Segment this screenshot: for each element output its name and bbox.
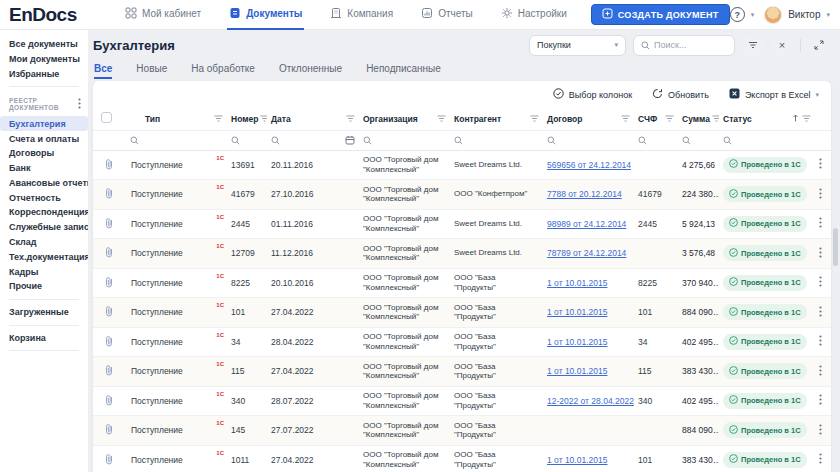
tab[interactable]: Неподписанные (366, 63, 441, 79)
column-filter-icon[interactable] (712, 114, 719, 124)
contract-link[interactable]: 1 от 10.01.2015 (547, 366, 607, 376)
nav-documents[interactable]: Документы (227, 0, 304, 30)
sidebar-item[interactable]: Банк (0, 161, 88, 176)
contract-link[interactable]: 7788 от 20.12.2014 (547, 189, 622, 199)
row-menu-button[interactable] (819, 217, 822, 230)
category-select[interactable]: Покупки ▾ (529, 35, 626, 56)
contract-link[interactable]: 78789 от 24.12.2014 (547, 248, 626, 258)
column-filter-icon[interactable] (214, 114, 223, 124)
table-row[interactable]: Поступление1С 115 27.04.2022 ООО "Торгов… (93, 357, 831, 387)
sidebar-item[interactable]: Все документы (0, 37, 88, 52)
row-menu-button[interactable] (819, 335, 822, 348)
column-filter-icon[interactable] (260, 114, 267, 124)
search-icon[interactable] (682, 131, 691, 148)
column-filter-icon[interactable] (437, 114, 446, 124)
calendar-icon[interactable] (345, 131, 355, 149)
tab[interactable]: Новые (136, 63, 167, 79)
vertical-scrollbar[interactable] (833, 228, 838, 266)
column-filter-icon[interactable] (621, 114, 630, 124)
table-row[interactable]: Поступление1С 2445 01.11.2016 ООО "Торго… (93, 209, 831, 239)
registry-menu-button[interactable] (78, 95, 81, 113)
sidebar-item[interactable]: Прочие (0, 279, 88, 294)
help-button[interactable]: ? (730, 7, 745, 22)
row-menu-button[interactable] (819, 453, 822, 466)
search-icon[interactable] (130, 131, 139, 148)
select-all-checkbox[interactable] (101, 112, 112, 123)
table-row[interactable]: Поступление1С 340 28.07.2022 ООО "Торгов… (93, 386, 831, 416)
create-document-button[interactable]: СОЗДАТЬ ДОКУМЕНТ (591, 4, 730, 25)
column-filter-icon[interactable] (802, 114, 811, 124)
search-icon[interactable] (638, 131, 647, 148)
tab-bar: ВсеНовыеНа обработкеОтклоненныеНеподписа… (88, 60, 840, 79)
search-icon[interactable] (271, 131, 280, 149)
refresh-button[interactable]: Обновить (652, 88, 709, 101)
column-filter-icon[interactable] (346, 114, 355, 124)
table-row[interactable]: Поступление1С 101 27.04.2022 ООО "Торгов… (93, 298, 831, 328)
contract-link[interactable]: 1 от 10.01.2015 (547, 278, 607, 288)
choose-columns-button[interactable]: Выбор колонок (553, 88, 632, 101)
paperclip-icon (105, 423, 113, 437)
sort-asc-icon[interactable] (792, 114, 799, 124)
avatar[interactable] (764, 6, 782, 24)
sidebar-item[interactable]: Корреспонденция (0, 205, 88, 220)
sidebar-item[interactable]: Отчетность (0, 190, 88, 205)
table-row[interactable]: Поступление1С 12709 11.12.2016 ООО "Торг… (93, 239, 831, 269)
contract-link[interactable]: 569656 от 24.12.2014 (547, 160, 631, 170)
sidebar-item[interactable]: Служебные записки (0, 220, 88, 235)
table-row[interactable]: Поступление1С 34 28.04.2022 ООО "Торговы… (93, 327, 831, 357)
row-menu-button[interactable] (819, 158, 822, 171)
sidebar-item[interactable]: Договоры (0, 146, 88, 161)
sidebar-item-trash[interactable]: Корзина (0, 331, 88, 346)
sidebar-item-uploaded[interactable]: Загруженные (0, 305, 88, 320)
table-row[interactable]: Поступление1С 1011 27.04.2022 ООО "Торго… (93, 445, 831, 472)
contract-link[interactable]: 1 от 10.01.2015 (547, 455, 607, 465)
sidebar-item[interactable]: Бухгалтерия (0, 116, 88, 131)
sidebar-item[interactable]: Авансовые отчеты (0, 175, 88, 190)
contract-link[interactable]: 12-2022 от 28.04.2022 (547, 396, 634, 406)
search-icon[interactable] (231, 131, 240, 148)
nav-reports[interactable]: Отчеты (419, 0, 475, 30)
search-icon[interactable] (363, 131, 372, 148)
search-icon[interactable] (454, 131, 463, 148)
divider (9, 86, 79, 87)
row-menu-button[interactable] (819, 365, 822, 378)
sidebar-item[interactable]: Кадры (0, 264, 88, 279)
column-filter-icon[interactable] (665, 114, 674, 124)
contract-link[interactable]: 1 от 10.01.2015 (547, 337, 607, 347)
search-icon[interactable] (547, 131, 556, 148)
table-row[interactable]: Поступление1С 41679 27.10.2016 ООО "Торг… (93, 180, 831, 210)
nav-my-cabinet[interactable]: Мой кабинет (123, 0, 203, 30)
sidebar-item[interactable]: Счета и оплаты (0, 131, 88, 146)
column-filter-icon[interactable] (530, 114, 539, 124)
row-menu-button[interactable] (819, 306, 822, 319)
nav-settings[interactable]: Настройки (499, 0, 569, 30)
sidebar-item[interactable]: Мои документы (0, 52, 88, 67)
tab[interactable]: Все (94, 63, 112, 79)
row-menu-button[interactable] (819, 424, 822, 437)
sidebar-item[interactable]: Избранные (0, 67, 88, 82)
contract-link[interactable]: 98989 от 24.12.2014 (547, 219, 626, 229)
nav-company[interactable]: Компания (328, 0, 395, 30)
row-menu-button[interactable] (819, 247, 822, 260)
filter-button[interactable] (742, 35, 764, 56)
expand-icon[interactable] (808, 35, 830, 56)
clear-filters-button[interactable]: × (771, 35, 793, 56)
tab[interactable]: Отклоненные (279, 63, 342, 79)
row-menu-button[interactable] (819, 276, 822, 289)
tab[interactable]: На обработке (191, 63, 255, 79)
user-name[interactable]: Виктор (788, 9, 820, 20)
table-row[interactable]: Поступление1С 8225 20.10.2016 ООО "Торго… (93, 268, 831, 298)
row-menu-button[interactable] (819, 394, 822, 407)
search-input[interactable] (654, 40, 724, 50)
row-menu-button[interactable] (819, 188, 822, 201)
counterparty: Sweet Dreams Ltd. (450, 209, 543, 239)
search-icon[interactable] (723, 131, 732, 148)
1c-badge: 1С (216, 243, 224, 249)
sidebar-item[interactable]: Тех.документация (0, 249, 88, 264)
table-row[interactable]: Поступление1С 145 27.07.2022 ООО "Торгов… (93, 416, 831, 446)
schf-number (634, 150, 678, 180)
export-excel-button[interactable]: Экспорт в Excel ▾ (729, 88, 819, 101)
table-row[interactable]: Поступление1С 13691 20.11.2016 ООО "Торг… (93, 150, 831, 180)
contract-link[interactable]: 1 от 10.01.2015 (547, 307, 607, 317)
sidebar-item[interactable]: Склад (0, 235, 88, 250)
